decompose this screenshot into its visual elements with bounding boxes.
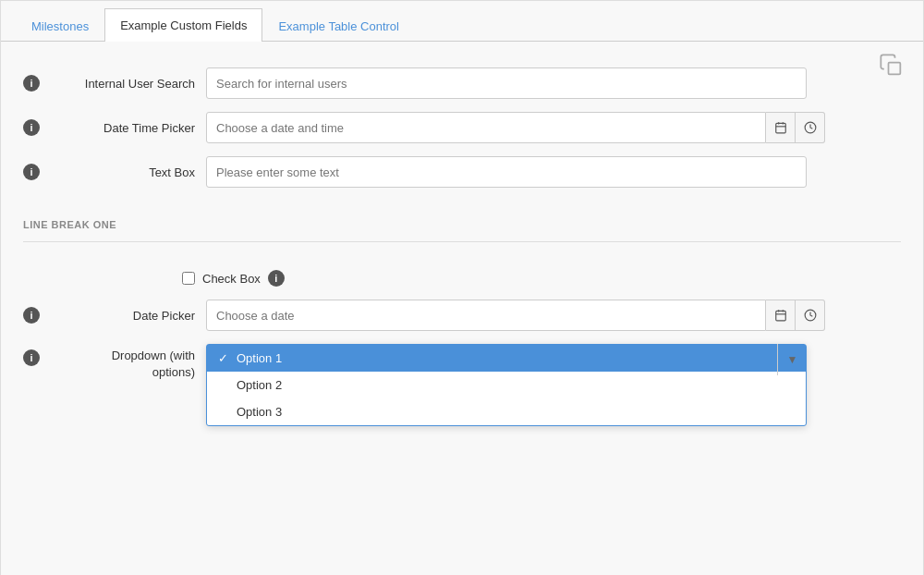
dropdown-option-3[interactable]: Option 3 — [207, 398, 806, 425]
text-box-info-icon[interactable]: i — [23, 164, 40, 180]
date-picker-row: i Date Picker — [23, 300, 901, 331]
svg-rect-6 — [775, 311, 785, 321]
dropdown-option-1-label: Option 1 — [237, 351, 282, 365]
svg-rect-1 — [775, 123, 785, 133]
date-picker-clock-btn[interactable] — [796, 300, 825, 331]
form-section-1: i Internal User Search i Date Time Picke… — [23, 56, 901, 212]
copy-icon-area — [879, 53, 905, 81]
line-break-label: LINE BREAK ONE — [23, 212, 901, 234]
tab-custom-fields[interactable]: Example Custom Fields — [104, 8, 262, 43]
date-picker-input-group — [206, 300, 825, 331]
calendar-icon — [774, 121, 787, 134]
form-section-2: Check Box i i Date Picker — [23, 259, 901, 405]
date-time-picker-row: i Date Time Picker — [23, 112, 901, 143]
page-wrapper: Milestones Example Custom Fields Example… — [0, 0, 924, 575]
date-time-picker-input[interactable] — [206, 112, 766, 143]
calendar-icon-2 — [774, 309, 787, 322]
date-time-picker-clock-btn[interactable] — [796, 112, 825, 143]
check-box-label: Check Box — [202, 272, 261, 286]
svg-rect-0 — [889, 63, 901, 75]
check-mark-icon: ✓ — [218, 351, 233, 365]
internal-user-search-row: i Internal User Search — [23, 67, 901, 99]
check-box-info-icon[interactable]: i — [268, 270, 285, 287]
text-box-input[interactable] — [206, 156, 807, 188]
tabs-bar: Milestones Example Custom Fields Example… — [1, 1, 923, 42]
dropdown-arrow-icon[interactable]: ▼ — [777, 344, 807, 375]
dropdown-option-1[interactable]: ✓ Option 1 — [207, 345, 806, 372]
copy-icon[interactable] — [879, 53, 905, 79]
clock-icon — [804, 121, 817, 134]
internal-user-search-label: Internal User Search — [47, 77, 195, 91]
content-area: i Internal User Search i Date Time Picke… — [1, 42, 923, 575]
text-box-label: Text Box — [47, 165, 195, 179]
dropdown-open[interactable]: ✓ Option 1 Option 2 Option 3 — [206, 344, 807, 426]
date-picker-calendar-btn[interactable] — [766, 300, 796, 331]
date-picker-label: Date Picker — [47, 309, 195, 323]
checkbox-row: Check Box i — [23, 270, 901, 287]
date-picker-info-icon[interactable]: i — [23, 307, 40, 324]
tab-table-control[interactable]: Example Table Control — [262, 9, 415, 43]
date-time-picker-info-icon[interactable]: i — [23, 119, 40, 136]
dropdown-info-icon[interactable]: i — [23, 349, 40, 366]
date-time-picker-label: Date Time Picker — [47, 121, 195, 135]
dropdown-option-3-label: Option 3 — [237, 405, 282, 419]
text-box-row: i Text Box — [23, 156, 901, 188]
dropdown-option-2[interactable]: Option 2 — [207, 372, 806, 398]
date-picker-input[interactable] — [206, 300, 766, 331]
clock-icon-2 — [804, 309, 817, 322]
check-box-input[interactable] — [182, 272, 195, 285]
dropdown-option-2-label: Option 2 — [237, 378, 282, 392]
line-break-divider — [23, 241, 901, 242]
date-time-picker-calendar-btn[interactable] — [766, 112, 796, 143]
dropdown-row: i Dropdown (with options) ✓ Option 1 Opt… — [23, 344, 901, 381]
dropdown-label: Dropdown (with options) — [47, 344, 195, 381]
date-time-picker-input-group — [206, 112, 825, 143]
internal-user-search-info-icon[interactable]: i — [23, 75, 40, 92]
tab-milestones[interactable]: Milestones — [16, 9, 104, 43]
internal-user-search-input[interactable] — [206, 67, 807, 99]
